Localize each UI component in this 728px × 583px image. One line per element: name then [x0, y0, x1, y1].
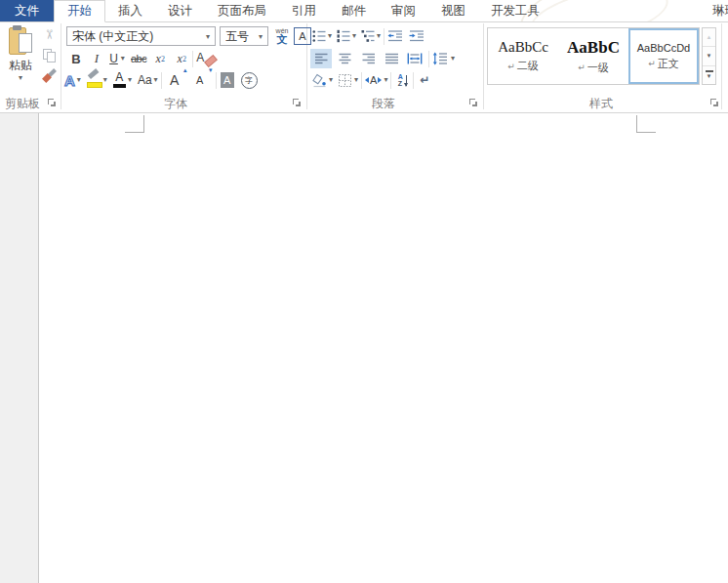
justify-button[interactable] [381, 49, 402, 68]
subscript-button[interactable]: x2 [152, 49, 168, 68]
paragraph-group-label: 段落 [325, 96, 442, 111]
tab-review[interactable]: 审阅 [379, 0, 428, 21]
paragraph-dialog-launcher[interactable] [468, 98, 478, 107]
enclose-characters-button[interactable]: 字 [241, 70, 258, 90]
numbering-dropdown-icon[interactable]: ▾ [352, 32, 356, 40]
font-color-button[interactable]: A ▾ [113, 70, 132, 90]
line-spacing-button[interactable]: ▾ [432, 49, 455, 68]
borders-button[interactable]: ▾ [338, 70, 358, 90]
shading-button[interactable]: ▾ [312, 70, 333, 90]
shrink-font-button[interactable]: A ▼ [192, 70, 208, 90]
chevron-down-icon[interactable]: ▾ [201, 32, 215, 41]
font-size-combobox[interactable]: 五号 ▾ [220, 26, 268, 46]
style-paragraph-marker: ↵ [578, 62, 586, 72]
font-dialog-launcher[interactable] [292, 98, 302, 107]
tab-home[interactable]: 开始 [54, 0, 105, 22]
multilevel-dropdown-icon[interactable]: ▾ [377, 32, 381, 40]
bullets-button[interactable]: ▾ [312, 26, 332, 46]
phonetic-guide-button[interactable]: wén 文 [274, 26, 290, 46]
text-effects-button[interactable]: A ▾ [64, 70, 81, 90]
increase-indent-icon [409, 29, 425, 43]
numbering-button[interactable]: ▾ [337, 26, 356, 46]
styles-gallery-more-button[interactable]: ▼ [703, 66, 715, 84]
character-border-button[interactable]: A [294, 26, 311, 46]
text-highlight-button[interactable]: ▾ [87, 70, 107, 90]
style-preview: AaBbCc [498, 39, 548, 56]
style-paragraph-marker: ↵ [648, 59, 656, 68]
styles-dialog-launcher[interactable] [709, 98, 719, 107]
asian-layout-dropdown-icon[interactable]: ▾ [384, 76, 387, 84]
italic-icon: I [95, 51, 99, 66]
more-bar-icon [706, 70, 713, 72]
style-item-normal-selected[interactable]: AaBbCcDd ↵正文 [628, 28, 699, 84]
increase-indent-button[interactable] [409, 26, 425, 46]
tab-file[interactable]: 文件 [0, 0, 54, 21]
highlighter-icon [87, 72, 101, 88]
bullets-dropdown-icon[interactable]: ▾ [328, 32, 332, 40]
sort-button[interactable]: A Z [394, 70, 410, 90]
paste-dropdown-icon[interactable]: ▾ [19, 74, 22, 82]
bold-button[interactable]: B [68, 49, 84, 68]
text-effects-dropdown-icon[interactable]: ▾ [77, 76, 81, 84]
cut-button[interactable]: ✂ [39, 24, 59, 45]
borders-dropdown-icon[interactable]: ▾ [354, 76, 358, 84]
font-group-label: 字体 [122, 96, 229, 111]
character-shading-button[interactable]: A [220, 70, 235, 90]
underline-button[interactable]: U ▾ [109, 49, 125, 68]
tab-page-layout[interactable]: 页面布局 [205, 0, 279, 21]
multilevel-list-button[interactable]: ▾ [361, 26, 381, 46]
align-center-button[interactable] [334, 49, 355, 68]
underline-dropdown-icon[interactable]: ▾ [121, 55, 125, 62]
enclose-characters-icon: 字 [241, 72, 258, 89]
tab-view[interactable]: 视图 [428, 0, 478, 21]
tab-design[interactable]: 设计 [155, 0, 205, 21]
paragraph-mark-icon: ↵ [420, 73, 429, 87]
superscript-mark: 2 [182, 55, 186, 63]
style-preview: AaBbC [567, 38, 620, 58]
superscript-button[interactable]: x2 [174, 49, 189, 68]
shrink-font-icon: A [196, 73, 203, 87]
font-color-icon: A [113, 72, 126, 88]
tab-references[interactable]: 引用 [279, 0, 329, 21]
clear-formatting-button[interactable]: A [196, 49, 218, 68]
decrease-indent-button[interactable] [387, 26, 403, 46]
style-name: 二级 [517, 59, 539, 73]
style-item-heading2[interactable]: AaBbCc ↵二级 [488, 28, 558, 84]
grow-font-button[interactable]: A ▲ [167, 70, 182, 90]
asian-layout-button[interactable]: A ▾ [365, 70, 387, 90]
font-name-combobox[interactable]: 宋体 (中文正文) ▾ [66, 26, 216, 46]
tab-mailings[interactable]: 邮件 [329, 0, 379, 21]
strikethrough-button[interactable]: abc [131, 49, 146, 68]
copy-button[interactable] [39, 45, 59, 65]
change-case-dropdown-icon[interactable]: ▾ [154, 76, 158, 84]
paste-label: 粘贴 [9, 58, 32, 74]
button-separator [216, 72, 217, 89]
clipboard-dialog-launcher[interactable] [47, 98, 57, 107]
font-color-dropdown-icon[interactable]: ▾ [128, 76, 132, 84]
align-left-button[interactable] [310, 49, 332, 68]
tab-insert[interactable]: 插入 [105, 0, 155, 21]
italic-button[interactable]: I [89, 49, 104, 68]
text-boundary-mark-top-right [636, 115, 637, 133]
tab-developer[interactable]: 开发工具 [478, 0, 552, 21]
paste-button[interactable]: 粘贴 ▾ [2, 24, 39, 93]
distributed-button[interactable] [404, 49, 425, 68]
highlight-dropdown-icon[interactable]: ▾ [103, 76, 107, 84]
copy-icon [43, 49, 56, 62]
line-spacing-dropdown-icon[interactable]: ▾ [451, 55, 455, 62]
shading-dropdown-icon[interactable]: ▾ [329, 76, 333, 84]
style-paragraph-marker: ↵ [507, 62, 515, 71]
chevron-down-icon[interactable]: ▾ [254, 32, 267, 41]
align-right-button[interactable] [357, 49, 379, 68]
document-area[interactable] [0, 113, 728, 583]
styles-scroll-down-button[interactable]: ▼ [703, 47, 715, 65]
styles-scroll-up-button[interactable]: ▲ [703, 28, 715, 47]
style-item-heading1[interactable]: AaBbC ↵一级 [558, 28, 628, 84]
format-painter-button[interactable] [39, 65, 59, 86]
button-separator [361, 72, 362, 89]
show-hide-marks-button[interactable]: ↵ [417, 70, 432, 90]
align-left-icon [314, 52, 329, 65]
change-case-button[interactable]: Aa ▾ [138, 70, 158, 90]
user-name[interactable]: 琳琳 [712, 0, 728, 21]
character-border-icon: A [294, 27, 311, 45]
